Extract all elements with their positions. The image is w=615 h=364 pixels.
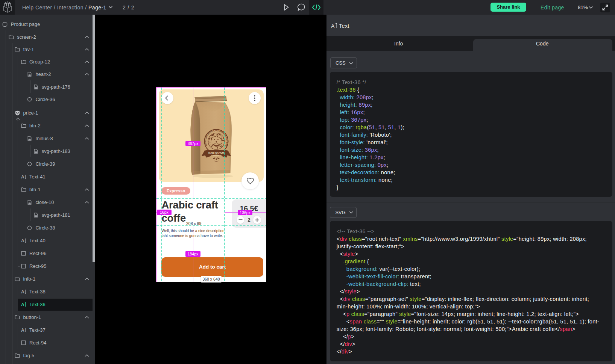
svg-text:A: A xyxy=(331,23,335,29)
svg-text:MABI NAHUM: MABI NAHUM xyxy=(208,151,224,154)
svg-text:A: A xyxy=(21,238,24,243)
svg-text:A: A xyxy=(21,289,24,294)
svg-text:A: A xyxy=(21,328,24,332)
svg-text:A: A xyxy=(21,302,24,307)
svg-text:A: A xyxy=(21,174,24,179)
